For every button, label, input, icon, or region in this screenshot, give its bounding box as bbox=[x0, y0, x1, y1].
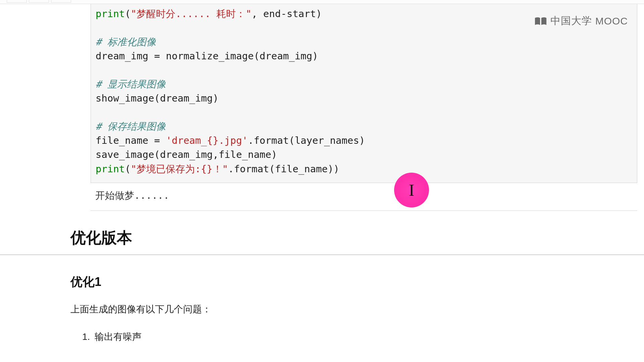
code-token: ( bbox=[125, 163, 130, 175]
code-token: , end-start) bbox=[252, 8, 322, 19]
watermark-text-en: MOOC bbox=[595, 15, 628, 27]
code-token-string: "梦境已保存为:{}！" bbox=[131, 163, 228, 175]
toolbar-button[interactable] bbox=[7, 0, 27, 3]
code-token-string: 'dream_{}.jpg' bbox=[166, 135, 248, 146]
markdown-heading-2: 优化1 bbox=[70, 255, 644, 296]
code-line: save_image(dream_img,file_name) bbox=[96, 149, 277, 160]
toolbar-button[interactable] bbox=[29, 0, 49, 3]
list-item-text: 输出有噪声 bbox=[95, 331, 142, 342]
list-number: 1. bbox=[82, 331, 90, 342]
code-comment: # 显示结果图像 bbox=[96, 78, 166, 90]
code-line: show_image(dream_img) bbox=[96, 93, 219, 104]
code-comment: # 标准化图像 bbox=[96, 36, 156, 48]
notebook-toolbar[interactable] bbox=[0, 0, 644, 4]
markdown-paragraph: 上面生成的图像有以下几个问题： bbox=[70, 296, 644, 320]
markdown-ordered-list: 1.输出有噪声 bbox=[82, 320, 644, 343]
toolbar-button[interactable] bbox=[51, 0, 71, 3]
markdown-heading-1: 优化版本 bbox=[70, 211, 644, 254]
book-icon bbox=[534, 16, 547, 26]
code-token: .format(layer_names) bbox=[248, 135, 365, 146]
code-token-string: "梦醒时分...... 耗时：" bbox=[131, 8, 252, 19]
code-token-builtin: print bbox=[96, 163, 125, 175]
code-comment: # 保存结果图像 bbox=[96, 121, 166, 132]
code-cell[interactable]: print("梦醒时分...... 耗时：", end-start) # 标准化… bbox=[91, 4, 637, 183]
code-line: dream_img = normalize_image(dream_img) bbox=[96, 50, 318, 62]
cursor-highlight: I bbox=[394, 173, 429, 207]
watermark-text-cn: 中国大学 bbox=[550, 14, 592, 28]
watermark-logo: 中国大学MOOC bbox=[534, 14, 628, 28]
code-token: .format(file_name)) bbox=[228, 163, 339, 175]
code-token: ( bbox=[125, 8, 130, 19]
output-text: 开始做梦...... bbox=[95, 190, 169, 201]
code-token: file_name = bbox=[96, 135, 166, 146]
output-cell: 开始做梦...... bbox=[91, 183, 637, 211]
code-token-builtin: print bbox=[96, 8, 125, 19]
text-caret-icon: I bbox=[409, 180, 415, 200]
